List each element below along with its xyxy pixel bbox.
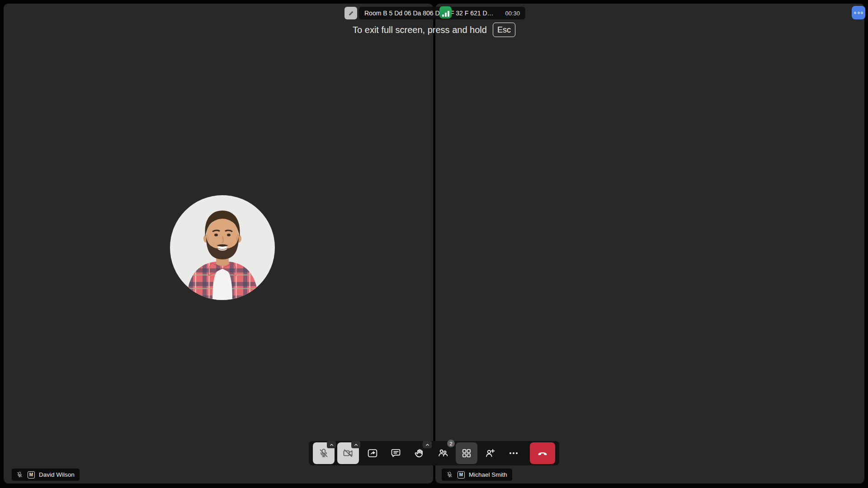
room-title: Room B 5 Dd 06 Da 806 D 95 F 32 F 621 D… bbox=[364, 9, 494, 17]
grid-icon bbox=[461, 447, 472, 459]
camera-button[interactable] bbox=[337, 442, 359, 464]
chevron-up-icon bbox=[329, 442, 334, 447]
name-label-david-wilson: M David Wilson bbox=[12, 469, 80, 481]
people-icon bbox=[437, 447, 449, 459]
ellipsis-icon bbox=[508, 447, 519, 459]
avatar-illustration-man bbox=[170, 195, 275, 300]
share-screen-button[interactable] bbox=[362, 442, 383, 464]
moderator-badge: M bbox=[28, 471, 35, 479]
microphone-device-arrow[interactable] bbox=[327, 441, 336, 448]
participants-count-badge: 2 bbox=[447, 440, 455, 447]
participant-name: David Wilson bbox=[39, 471, 75, 478]
video-tile-david-wilson[interactable] bbox=[4, 4, 433, 483]
tile-view-button[interactable] bbox=[456, 442, 477, 464]
hangup-button[interactable] bbox=[530, 442, 555, 464]
participant-name: Michael Smith bbox=[469, 471, 507, 478]
microphone-button[interactable] bbox=[313, 442, 335, 464]
chat-button[interactable] bbox=[385, 442, 407, 464]
moderator-badge: M bbox=[458, 471, 465, 479]
chevron-up-icon bbox=[425, 442, 430, 447]
mic-muted-icon bbox=[16, 471, 24, 479]
toolbar: 2 bbox=[309, 441, 559, 465]
phone-down-icon bbox=[536, 447, 549, 460]
mic-slash-icon bbox=[318, 447, 330, 459]
hand-icon bbox=[414, 447, 425, 459]
raise-hand-arrow[interactable] bbox=[423, 441, 432, 448]
mic-muted-icon bbox=[446, 471, 453, 479]
avatar-david-wilson bbox=[170, 195, 275, 300]
camera-device-arrow[interactable] bbox=[351, 441, 360, 448]
fullscreen-toast: To exit full screen, press and hold Esc bbox=[353, 23, 515, 37]
camera-slash-icon bbox=[342, 447, 354, 459]
esc-keycap: Esc bbox=[493, 23, 515, 37]
meeting-timer: 00:30 bbox=[505, 10, 520, 17]
video-tile-michael-smith[interactable] bbox=[435, 4, 864, 483]
raise-hand-button[interactable] bbox=[409, 442, 430, 464]
invite-button[interactable] bbox=[479, 442, 501, 464]
ellipsis-icon bbox=[854, 12, 856, 14]
edit-subject-button[interactable] bbox=[344, 7, 357, 19]
connection-quality-icon[interactable] bbox=[439, 6, 452, 19]
more-actions-button[interactable] bbox=[503, 442, 524, 464]
embedded-overflow-button[interactable] bbox=[852, 6, 865, 19]
pencil-icon bbox=[348, 10, 354, 17]
name-label-michael-smith: M Michael Smith bbox=[442, 469, 512, 481]
chevron-up-icon bbox=[354, 442, 359, 447]
meeting-screen: Room B 5 Dd 06 Da 806 D 95 F 32 F 621 D…… bbox=[0, 0, 868, 488]
share-screen-icon bbox=[367, 447, 378, 459]
participants-button[interactable]: 2 bbox=[432, 442, 454, 464]
chat-bubble-icon bbox=[390, 447, 402, 459]
person-plus-icon bbox=[484, 447, 496, 459]
fullscreen-toast-text: To exit full screen, press and hold bbox=[353, 25, 487, 35]
